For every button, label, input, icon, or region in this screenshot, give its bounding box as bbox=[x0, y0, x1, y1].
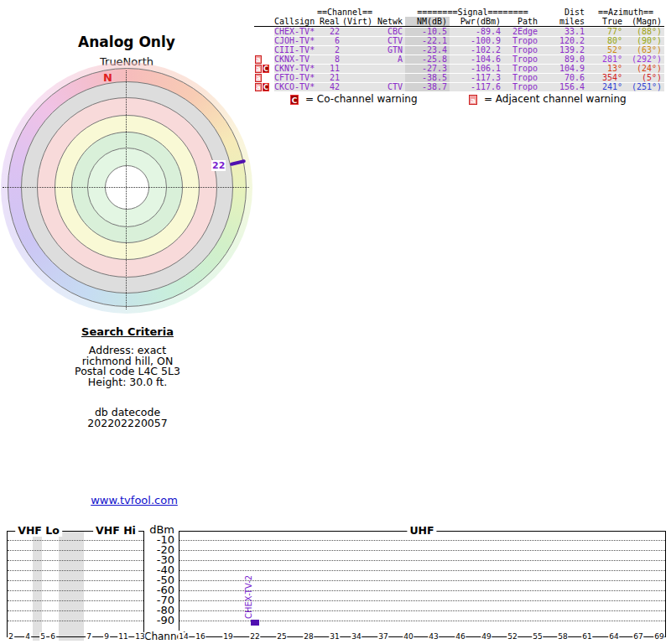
col-path: Path bbox=[503, 17, 540, 26]
col-virt: (Virt) bbox=[342, 17, 373, 26]
table-row: aCKNX-TV8A-25.8-104.6Tropo89.0281°(292°) bbox=[254, 55, 664, 64]
channel-tick-label: 6 bbox=[49, 632, 56, 641]
cell-pwr: -89.4 bbox=[450, 28, 503, 36]
channel-tick-label: 9 bbox=[103, 632, 110, 641]
co-channel-legend-label: = Co-channel warning bbox=[305, 93, 418, 105]
group-header-dist: Dist bbox=[540, 8, 587, 17]
cell-virt bbox=[342, 46, 373, 55]
table-row: CHEX-TV*22CBC-10.5-89.42Edge33.177°(88°) bbox=[254, 28, 664, 36]
gridline bbox=[8, 580, 143, 581]
cell-virt bbox=[342, 65, 373, 73]
cell-nm: -38.7 bbox=[405, 83, 450, 91]
table-column-header-row: Callsign Real (Virt) Netwk NM(dB) Pwr(dB… bbox=[254, 17, 664, 27]
cell-path: Tropo bbox=[503, 46, 540, 55]
cell-virt bbox=[342, 37, 373, 45]
cell-true: 80° bbox=[587, 37, 625, 45]
channel-tick-label: 58 bbox=[557, 632, 568, 641]
gridline bbox=[8, 540, 143, 541]
vhf-lo-label: VHF Lo bbox=[15, 525, 62, 537]
channel-tick-label: 14 bbox=[178, 632, 189, 641]
db-datecode-value: 202202220057 bbox=[27, 418, 228, 429]
radar-title: Analog Only bbox=[26, 34, 227, 50]
tvfool-link[interactable]: www.tvfool.com bbox=[84, 494, 185, 506]
table-group-header-row: ==Channel== ========Signal======== Dist … bbox=[254, 8, 664, 17]
cell-magn: (5°) bbox=[625, 74, 664, 82]
cell-magn: (88°) bbox=[625, 28, 664, 36]
cell-netwk: CTV bbox=[373, 37, 405, 45]
cell-nm: -10.5 bbox=[405, 28, 450, 36]
channel-tick-label: 40 bbox=[403, 632, 414, 641]
col-true: True bbox=[587, 17, 625, 26]
gridline bbox=[179, 540, 665, 541]
row-warning-icons bbox=[254, 28, 274, 36]
row-warning-icons bbox=[254, 37, 274, 45]
cell-callsign: CKNY-TV* bbox=[274, 65, 316, 73]
channel-tick-label: 16 bbox=[195, 632, 205, 641]
channel-tick-label: 34 bbox=[351, 632, 362, 641]
cell-nm: -27.3 bbox=[405, 65, 450, 73]
gridline bbox=[179, 550, 665, 551]
search-height-line: Height: 30.0 ft. bbox=[27, 377, 228, 388]
col-nm: NM(dB) bbox=[405, 17, 450, 26]
channel-tick-label: 37 bbox=[377, 632, 388, 641]
cell-real: 42 bbox=[316, 83, 342, 91]
col-callsign: Callsign bbox=[274, 17, 316, 26]
cell-pwr: -117.6 bbox=[450, 83, 503, 91]
cell-pwr: -102.2 bbox=[450, 46, 503, 55]
adjacent-channel-warning-icon: a bbox=[255, 55, 262, 64]
table-rows: CHEX-TV*22CBC-10.5-89.42Edge33.177°(88°)… bbox=[254, 28, 664, 91]
cell-netwk: CBC bbox=[373, 28, 405, 36]
adjacent-channel-warning-icon: a bbox=[255, 74, 262, 82]
col-pwr: Pwr(dBm) bbox=[450, 17, 503, 26]
cell-virt bbox=[342, 83, 373, 91]
row-warning-icons: aC bbox=[254, 65, 274, 73]
cell-miles: 120.2 bbox=[540, 37, 587, 45]
adjacent-channel-warning-icon: a bbox=[255, 65, 262, 73]
cell-pwr: -104.6 bbox=[450, 55, 503, 64]
channel-tick-label: 46 bbox=[455, 632, 466, 641]
group-header-azimuth: ==Azimuth== bbox=[587, 8, 664, 17]
cell-nm: -22.1 bbox=[405, 37, 450, 45]
channel-tick-label: 55 bbox=[532, 632, 543, 641]
cell-callsign: CJOH-TV* bbox=[274, 37, 316, 45]
row-warning-icons: aC bbox=[254, 83, 274, 91]
cell-miles: 139.2 bbox=[540, 46, 587, 55]
cell-path: Tropo bbox=[503, 55, 540, 64]
cell-true: 241° bbox=[587, 83, 625, 91]
cell-real: 11 bbox=[316, 65, 342, 73]
channel-tick-label: 61 bbox=[581, 632, 592, 641]
cell-nm: -25.8 bbox=[405, 55, 450, 64]
cell-nm: -23.4 bbox=[405, 46, 450, 55]
uhf-label: UHF bbox=[407, 525, 436, 537]
gridline bbox=[8, 610, 143, 611]
cell-miles: 156.4 bbox=[540, 83, 587, 91]
north-compass-letter: N bbox=[103, 71, 112, 84]
vhf-hi-label: VHF Hi bbox=[93, 525, 138, 537]
table-row: CIII-TV*2GTN-23.4-102.2Tropo139.252°(63°… bbox=[254, 46, 664, 55]
channel-tick-label: 19 bbox=[222, 632, 233, 641]
cell-virt bbox=[342, 74, 373, 82]
cell-true: 77° bbox=[587, 28, 625, 36]
cell-path: Tropo bbox=[503, 83, 540, 91]
co-channel-warning-icon: C bbox=[263, 83, 269, 91]
warning-legend: C= Co-channel warning a= Adjacent channe… bbox=[0, 93, 671, 106]
cell-virt bbox=[342, 55, 373, 64]
cell-magn: (24°) bbox=[625, 65, 664, 73]
station-channel-marker: 22 bbox=[211, 160, 226, 171]
cell-nm: -38.5 bbox=[405, 74, 450, 82]
cell-netwk: GTN bbox=[373, 46, 405, 55]
channel-tick-label: 69 bbox=[653, 632, 664, 641]
col-real: Real bbox=[316, 17, 342, 26]
channel-tick-label: 25 bbox=[276, 632, 287, 641]
cell-miles: 104.9 bbox=[540, 65, 587, 73]
channel-tick-label: 52 bbox=[507, 632, 518, 641]
channel-tick-label: 5 bbox=[39, 632, 46, 641]
gridline bbox=[8, 550, 143, 551]
col-magn: (Magn) bbox=[625, 17, 664, 26]
group-header-signal: ========Signal======== bbox=[405, 8, 540, 17]
channel-tick-label: 4 bbox=[24, 632, 31, 641]
cell-callsign: CKNX-TV bbox=[274, 55, 316, 64]
gridline bbox=[8, 621, 143, 621]
gridline bbox=[8, 600, 143, 601]
y-tick-label: -90 bbox=[139, 615, 174, 626]
